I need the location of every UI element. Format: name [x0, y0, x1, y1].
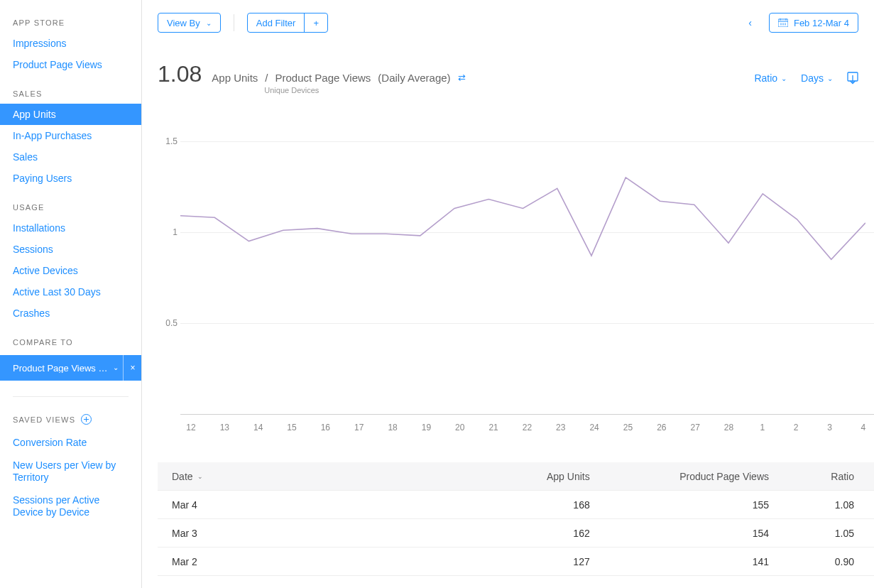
sidebar-item-active-last-30-days[interactable]: Active Last 30 Days [0, 281, 141, 303]
cell-product-page-views: 141 [594, 556, 773, 567]
sidebar-item-in-app-purchases[interactable]: In-App Purchases [0, 125, 141, 146]
ratio-control-label: Ratio [754, 72, 777, 84]
table-row: Mar 21271410.90 [158, 548, 874, 576]
data-table: Date ⌄ App Units Product Page Views Rati… [158, 462, 874, 576]
days-control-label: Days [801, 72, 824, 84]
chevron-down-icon: ⌄ [827, 75, 833, 82]
column-header-app-units[interactable]: App Units [415, 471, 594, 482]
x-axis-tick: 18 [382, 423, 403, 435]
add-saved-view-icon[interactable] [81, 414, 92, 425]
x-axis-tick: 1 [752, 423, 773, 435]
x-axis-tick: 28 [719, 423, 740, 435]
cell-product-page-views: 154 [594, 528, 773, 539]
y-axis-tick: 1 [159, 227, 177, 237]
saved-view-conversion-rate[interactable]: Conversion Rate [0, 432, 141, 454]
add-filter-button[interactable]: Add Filter [248, 13, 305, 32]
y-axis-tick: 0.5 [159, 318, 177, 328]
previous-range-button[interactable]: ‹ [744, 17, 756, 28]
table-header-row: Date ⌄ App Units Product Page Views Rati… [158, 462, 874, 491]
cell-app-units: 162 [415, 528, 594, 539]
column-header-date-label: Date [172, 471, 193, 482]
saved-view-new-users[interactable]: New Users per View by Territory [0, 454, 141, 489]
saved-views-label: SAVED VIEWS [13, 415, 75, 424]
sidebar-heading-usage: USAGE [0, 197, 141, 217]
ratio-control[interactable]: Ratio ⌄ [754, 72, 787, 84]
sidebar-item-paying-users[interactable]: Paying Users [0, 168, 141, 189]
swap-icon[interactable]: ⇄ [458, 73, 466, 82]
chart-line [180, 123, 865, 414]
sidebar-item-active-devices[interactable]: Active Devices [0, 260, 141, 281]
x-axis-tick: 3 [819, 423, 841, 435]
x-axis-tick: 12 [180, 423, 202, 435]
x-axis-tick: 14 [248, 423, 269, 435]
chart: 0.511.5121314151617181920212223242526272… [158, 123, 874, 435]
table-row: Mar 31621541.05 [158, 519, 874, 548]
date-range-button[interactable]: Feb 12-Mar 4 [769, 13, 858, 33]
saved-view-sessions-per-device[interactable]: Sessions per Active Device by Device [0, 489, 141, 524]
sidebar-item-impressions[interactable]: Impressions [0, 33, 141, 54]
x-axis-tick: 16 [315, 423, 336, 435]
metric-sep: / [265, 72, 268, 83]
add-filter-plus-button[interactable]: + [305, 13, 327, 32]
summary-row: 1.08 App Units / Product Page Views (Dai… [158, 61, 874, 94]
export-icon[interactable] [847, 72, 858, 85]
cell-ratio: 0.90 [773, 556, 858, 567]
sidebar-heading-saved: SAVED VIEWS [0, 397, 141, 432]
sidebar-item-product-page-views[interactable]: Product Page Views [0, 54, 141, 75]
x-axis-line [180, 414, 874, 415]
cell-app-units: 168 [415, 499, 594, 511]
metric-a: App Units [212, 72, 258, 83]
sidebar-item-crashes[interactable]: Crashes [0, 303, 141, 324]
y-axis-tick: 1.5 [159, 136, 177, 146]
x-axis-tick: 4 [853, 423, 874, 435]
sidebar-item-app-units[interactable]: App Units [0, 104, 141, 125]
cell-product-page-views: 155 [594, 499, 773, 511]
chevron-down-icon: ⌄ [109, 364, 122, 371]
chevron-down-icon: ⌄ [781, 75, 787, 82]
sidebar: APP STORE Impressions Product Page Views… [0, 0, 142, 588]
divider [123, 355, 124, 381]
sidebar-heading-sales: SALES [0, 84, 141, 104]
cell-app-units: 127 [415, 556, 594, 567]
column-header-ratio[interactable]: Ratio [773, 471, 858, 482]
x-axis-tick: 22 [516, 423, 537, 435]
add-filter-group: Add Filter + [247, 13, 328, 33]
x-axis-tick: 26 [651, 423, 672, 435]
x-axis: 12131415161718192021222324252627281234 [180, 423, 874, 435]
cell-ratio: 1.08 [773, 499, 858, 511]
x-axis-tick: 15 [281, 423, 302, 435]
x-axis-tick: 17 [349, 423, 370, 435]
sidebar-item-installations[interactable]: Installations [0, 217, 141, 239]
close-icon[interactable]: × [124, 364, 141, 372]
metric-b: Product Page Views [275, 72, 371, 83]
sidebar-item-sales[interactable]: Sales [0, 146, 141, 168]
compare-select[interactable]: Product Page Views … ⌄ × [0, 355, 141, 381]
divider [234, 14, 234, 31]
view-by-label: View By [167, 18, 200, 28]
x-axis-tick: 27 [684, 423, 706, 435]
cell-date: Mar 3 [168, 528, 415, 539]
sidebar-heading-compare: COMPARE TO [0, 332, 141, 352]
view-by-button[interactable]: View By ⌄ [158, 13, 221, 33]
x-axis-tick: 19 [415, 423, 437, 435]
x-axis-tick: 24 [584, 423, 605, 435]
metric-suffix: (Daily Average) [378, 72, 450, 83]
column-header-product-page-views[interactable]: Product Page Views [594, 471, 773, 482]
compare-select-label: Product Page Views … [13, 364, 109, 373]
x-axis-tick: 13 [214, 423, 235, 435]
cell-date: Mar 2 [168, 556, 415, 567]
x-axis-tick: 20 [449, 423, 471, 435]
toolbar: View By ⌄ Add Filter + ‹ Feb 12-Mar 4 [158, 13, 874, 33]
x-axis-tick: 2 [785, 423, 807, 435]
days-control[interactable]: Days ⌄ [801, 72, 833, 84]
sort-descending-icon: ⌄ [197, 473, 203, 480]
x-axis-tick: 25 [617, 423, 638, 435]
x-axis-tick: 23 [550, 423, 572, 435]
chevron-down-icon: ⌄ [206, 19, 212, 27]
sidebar-item-sessions[interactable]: Sessions [0, 239, 141, 260]
main: View By ⌄ Add Filter + ‹ Feb 12-Mar 4 1.… [142, 0, 874, 588]
unique-devices-label: Unique Devices [212, 86, 465, 94]
sidebar-heading-appstore: APP STORE [0, 13, 141, 33]
column-header-date[interactable]: Date ⌄ [168, 471, 415, 482]
cell-date: Mar 4 [168, 499, 415, 511]
